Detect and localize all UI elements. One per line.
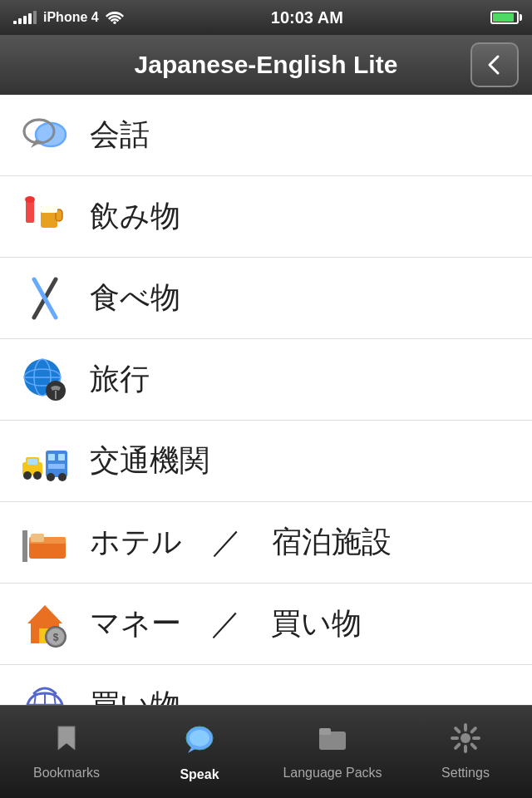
svg-text:$: $ — [53, 632, 59, 643]
svg-point-21 — [23, 471, 32, 480]
svg-point-6 — [25, 196, 35, 203]
item-label: 交通機関 — [90, 441, 209, 481]
item-icon-drinks — [17, 189, 73, 245]
category-list: 会話 飲み物 食べ物 — [0, 95, 532, 796]
item-label: 会話 — [90, 115, 150, 155]
list-item[interactable]: 会話 — [0, 95, 532, 176]
list-item[interactable]: $ マネー ／ 買い物 — [0, 584, 532, 665]
svg-rect-20 — [27, 459, 37, 465]
item-icon-chat — [17, 107, 73, 164]
list-item[interactable]: ホテル ／ 宿泊施設 — [0, 502, 532, 584]
svg-marker-33 — [27, 605, 62, 623]
app-header: Japanese-English Lite — [0, 35, 532, 95]
bookmarks-icon — [52, 723, 81, 761]
item-label: 食べ物 — [90, 278, 180, 318]
svg-point-28 — [58, 473, 66, 481]
tab-label: Settings — [441, 766, 490, 781]
wifi-icon — [106, 11, 124, 24]
signal-bars — [13, 11, 37, 24]
tab-language-packs[interactable]: Language Packs — [266, 706, 399, 798]
tab-label: Bookmarks — [33, 766, 100, 781]
tab-label: Speak — [180, 767, 219, 782]
svg-line-56 — [472, 745, 475, 748]
app-title: Japanese-English Lite — [135, 51, 398, 79]
svg-rect-5 — [26, 200, 34, 223]
list-item[interactable]: 旅行 — [0, 339, 532, 421]
item-icon-money: $ — [17, 596, 73, 653]
item-label: ホテル ／ 宿泊施設 — [90, 522, 392, 563]
status-bar: iPhone 4 10:03 AM — [0, 0, 532, 35]
item-icon-transport — [17, 433, 73, 490]
svg-point-50 — [461, 733, 470, 743]
item-label: マネー ／ 買い物 — [90, 603, 362, 644]
tab-speak[interactable]: Speak — [133, 706, 266, 798]
tab-bar: Bookmarks Speak Language Packs — [0, 705, 532, 798]
tab-bookmarks[interactable]: Bookmarks — [0, 706, 133, 798]
item-icon-hotel — [17, 515, 73, 571]
speak-icon — [183, 722, 216, 762]
item-label: 飲み物 — [90, 196, 180, 237]
time-display: 10:03 AM — [271, 8, 343, 27]
svg-rect-49 — [319, 728, 331, 735]
header-back-button[interactable] — [470, 42, 519, 87]
list-item[interactable]: 飲み物 — [0, 176, 532, 258]
svg-line-58 — [456, 745, 459, 748]
item-label: 旅行 — [90, 359, 150, 400]
list-item[interactable]: 交通機関 — [0, 421, 532, 502]
carrier-label: iPhone 4 — [43, 10, 99, 25]
language-packs-icon — [318, 723, 347, 761]
svg-rect-26 — [48, 464, 65, 469]
item-icon-travel — [17, 352, 73, 408]
item-icon-food — [17, 270, 73, 327]
svg-rect-32 — [31, 534, 44, 542]
svg-point-46 — [190, 730, 209, 746]
svg-point-22 — [33, 471, 42, 480]
svg-rect-29 — [22, 530, 27, 562]
arrow-icon — [481, 52, 508, 78]
tab-label: Language Packs — [283, 766, 382, 781]
svg-rect-25 — [58, 454, 65, 461]
battery-indicator — [490, 11, 519, 24]
svg-marker-44 — [58, 727, 75, 750]
settings-icon — [451, 723, 480, 761]
tab-settings[interactable]: Settings — [399, 706, 532, 798]
svg-rect-9 — [41, 206, 57, 213]
svg-line-55 — [456, 728, 459, 732]
svg-line-57 — [472, 728, 475, 732]
svg-point-27 — [47, 473, 55, 481]
svg-rect-24 — [48, 454, 55, 461]
list-item[interactable]: 食べ物 — [0, 258, 532, 339]
